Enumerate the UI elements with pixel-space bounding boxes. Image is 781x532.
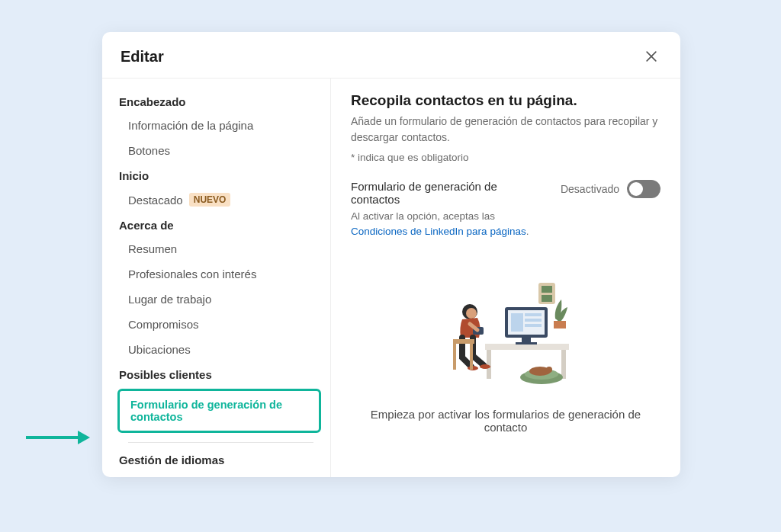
sidebar-item-label: Destacado	[128, 194, 183, 207]
toggle-control: Desactivado	[561, 180, 660, 198]
toggle-desc-suffix: .	[526, 226, 529, 237]
close-button[interactable]	[641, 46, 662, 67]
sidebar-item-formulario-contactos[interactable]: Formulario de generación de contactos	[121, 396, 317, 426]
required-note: * indica que es obligatorio	[351, 152, 660, 163]
sidebar: Encabezado Información de la página Boto…	[102, 79, 331, 477]
new-badge: NUEVO	[189, 193, 231, 207]
sidebar-item-label: Formulario de generación de contactos	[130, 399, 314, 423]
section-header-acerca: Acerca de	[116, 213, 323, 236]
toggle-description: Al activar la opción, aceptas las Condic…	[351, 209, 548, 240]
sidebar-item-info-pagina[interactable]: Información de la página	[116, 113, 323, 138]
main-panel: Recopila contactos en tu página. Añade u…	[331, 79, 680, 477]
svg-point-16	[466, 308, 477, 319]
main-subtitle: Añade un formulario de generación de con…	[351, 114, 660, 146]
dialog-title: Editar	[121, 48, 164, 66]
dialog-body: Encabezado Información de la página Boto…	[102, 78, 680, 477]
sidebar-item-lugar-trabajo[interactable]: Lugar de trabajo	[116, 287, 323, 312]
toggle-text: Formulario de generación de contactos Al…	[351, 180, 548, 240]
toggle-knob	[629, 182, 643, 196]
svg-rect-5	[487, 350, 491, 379]
svg-rect-9	[511, 313, 523, 332]
empty-state-illustration	[426, 277, 586, 391]
svg-rect-11	[525, 319, 542, 322]
svg-rect-13	[522, 338, 531, 342]
sidebar-item-label: Compromisos	[128, 318, 199, 331]
illustration-zone: Empieza por activar los formularios de g…	[351, 277, 660, 434]
sidebar-item-highlight: Formulario de generación de contactos	[117, 389, 321, 433]
svg-rect-12	[525, 324, 542, 327]
sidebar-item-gestion-idiomas[interactable]: Gestión de idiomas	[116, 447, 323, 471]
svg-rect-14	[516, 342, 537, 345]
sidebar-item-compromisos[interactable]: Compromisos	[116, 312, 323, 337]
sidebar-item-profesionales[interactable]: Profesionales con interés	[116, 261, 323, 287]
section-header-clientes: Posibles clientes	[116, 362, 323, 386]
annotation-arrow	[26, 431, 90, 444]
arrow-head-icon	[78, 431, 90, 444]
sidebar-item-resumen[interactable]: Resumen	[116, 236, 323, 261]
svg-rect-3	[554, 321, 566, 328]
sidebar-item-ubicaciones[interactable]: Ubicaciones	[116, 337, 323, 362]
svg-rect-10	[525, 313, 542, 316]
sidebar-item-label: Botones	[128, 144, 170, 157]
svg-rect-22	[470, 344, 473, 370]
sidebar-item-botones[interactable]: Botones	[116, 138, 323, 163]
svg-point-26	[546, 367, 552, 373]
sidebar-item-label: Profesionales con interés	[128, 268, 256, 280]
close-icon	[644, 49, 659, 64]
toggle-state-label: Desactivado	[561, 183, 619, 195]
sidebar-item-label: Lugar de trabajo	[128, 293, 211, 306]
svg-rect-20	[453, 339, 474, 344]
sidebar-item-label: Ubicaciones	[128, 343, 191, 356]
main-title: Recopila contactos en tu página.	[351, 92, 660, 109]
svg-rect-4	[485, 344, 569, 350]
toggle-desc-prefix: Al activar la opción, aceptas las	[351, 210, 495, 222]
toggle-title: Formulario de generación de contactos	[351, 180, 548, 206]
sidebar-item-label: Información de la página	[128, 119, 253, 132]
svg-rect-6	[561, 350, 566, 379]
svg-rect-2	[542, 295, 552, 302]
svg-rect-1	[542, 286, 552, 293]
section-header-inicio: Inicio	[116, 163, 323, 187]
sidebar-item-destacado[interactable]: Destacado NUEVO	[116, 187, 323, 213]
terms-link[interactable]: Condiciones de LinkedIn para páginas	[351, 226, 526, 237]
sidebar-item-label: Resumen	[128, 242, 177, 255]
sidebar-divider	[128, 442, 313, 443]
edit-dialog: Editar Encabezado Información de la pági…	[102, 32, 680, 477]
arrow-line-icon	[26, 436, 78, 439]
empty-state-caption: Empieza por activar los formularios de g…	[351, 408, 660, 434]
toggle-switch[interactable]	[627, 180, 660, 198]
section-header-encabezado: Encabezado	[116, 89, 323, 113]
svg-point-19	[480, 364, 490, 369]
svg-rect-21	[453, 344, 456, 370]
toggle-row: Formulario de generación de contactos Al…	[351, 180, 660, 240]
dialog-header: Editar	[102, 32, 680, 78]
